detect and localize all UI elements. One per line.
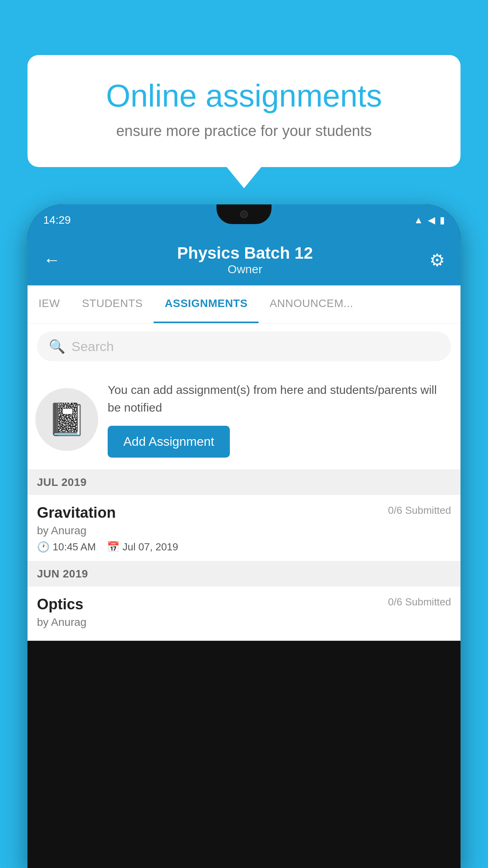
settings-icon[interactable]: ⚙ (429, 250, 445, 270)
assignment-item-gravitation[interactable]: Gravitation 0/6 Submitted by Anurag 🕐 10… (28, 495, 460, 561)
header-subtitle: Owner (177, 263, 313, 276)
speech-bubble-subtitle: ensure more practice for your students (55, 123, 433, 140)
status-time: 14:29 (43, 214, 71, 226)
speech-bubble-title: Online assignments (55, 79, 433, 113)
assignment-header: Gravitation 0/6 Submitted (37, 504, 451, 521)
camera-dot (240, 210, 248, 218)
signal-icon: ◀ (428, 215, 435, 226)
assignment-meta: 🕐 10:45 AM 📅 Jul 07, 2019 (37, 541, 451, 553)
speech-bubble: Online assignments ensure more practice … (28, 55, 460, 167)
calendar-icon: 📅 (107, 541, 119, 553)
search-placeholder: Search (72, 339, 114, 354)
assignment-item-optics[interactable]: Optics 0/6 Submitted by Anurag (28, 587, 460, 641)
search-bar-container: 🔍 Search (28, 324, 460, 369)
search-bar[interactable]: 🔍 Search (37, 331, 451, 361)
notebook-icon: 📓 (47, 401, 86, 438)
tab-assignments[interactable]: ASSIGNMENTS (154, 285, 259, 323)
assignment-by: by Anurag (37, 524, 451, 537)
assignment-name-optics: Optics (37, 596, 83, 613)
notch (216, 204, 272, 224)
phone-frame: 14:29 ▲ ◀ ▮ ← Physics Batch 12 Owner ⚙ I… (28, 204, 460, 868)
clock-icon: 🕐 (37, 541, 50, 553)
header-title: Physics Batch 12 (177, 244, 313, 263)
status-bar: 14:29 ▲ ◀ ▮ (28, 204, 460, 236)
tab-iew[interactable]: IEW (28, 285, 71, 323)
search-icon: 🔍 (49, 338, 65, 354)
promo-description: You can add assignment(s) from here and … (108, 381, 451, 416)
speech-bubble-container: Online assignments ensure more practice … (28, 55, 460, 167)
header-title-area: Physics Batch 12 Owner (177, 244, 313, 276)
add-assignment-button[interactable]: Add Assignment (108, 426, 230, 458)
assignment-submitted: 0/6 Submitted (388, 504, 451, 517)
wifi-icon: ▲ (414, 215, 423, 226)
status-icons: ▲ ◀ ▮ (414, 215, 445, 226)
assignment-by-optics: by Anurag (37, 616, 451, 629)
promo-icon-circle: 📓 (35, 388, 98, 451)
assignment-submitted-optics: 0/6 Submitted (388, 596, 451, 608)
tabs-bar: IEW STUDENTS ASSIGNMENTS ANNOUNCEM... (28, 285, 460, 324)
tab-students[interactable]: STUDENTS (71, 285, 154, 323)
assignment-header-optics: Optics 0/6 Submitted (37, 596, 451, 613)
promo-text-area: You can add assignment(s) from here and … (108, 381, 451, 458)
battery-icon: ▮ (440, 215, 445, 226)
assignment-time-item: 🕐 10:45 AM (37, 541, 96, 553)
back-button[interactable]: ← (43, 250, 61, 270)
assignment-name: Gravitation (37, 504, 116, 521)
assignment-time: 10:45 AM (53, 541, 96, 553)
promo-section: 📓 You can add assignment(s) from here an… (28, 369, 460, 470)
tab-announcements[interactable]: ANNOUNCEM... (259, 285, 364, 323)
assignment-date: Jul 07, 2019 (123, 541, 178, 553)
month-separator-jun: JUN 2019 (28, 561, 460, 587)
month-separator-jul: JUL 2019 (28, 470, 460, 495)
assignment-date-item: 📅 Jul 07, 2019 (107, 541, 178, 553)
screen-content: 🔍 Search 📓 You can add assignment(s) fro… (28, 324, 460, 641)
app-header: ← Physics Batch 12 Owner ⚙ (28, 236, 460, 285)
